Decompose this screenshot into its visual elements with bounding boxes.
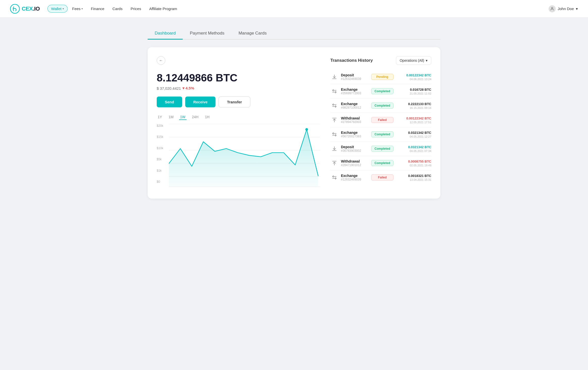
tx-status-badge: Completed (371, 146, 393, 152)
tx-id: #98287100012 (341, 106, 369, 109)
tx-amount: 0.0321342 BTC 04.05.2021 12:27 (396, 131, 431, 138)
tx-type-icon (330, 130, 338, 138)
tx-status-badge: Failed (371, 117, 393, 123)
tx-id: #36783903002 (341, 149, 369, 152)
tx-amount-value: 0.0008755 BTC (396, 160, 431, 163)
tab-payment-methods[interactable]: Payment Methods (183, 28, 231, 40)
tx-amount: 0.0008755 BTC 02.05.2021 19:49 (396, 160, 431, 167)
tx-id: #12632469039 (341, 178, 369, 181)
user-avatar-icon (549, 5, 556, 12)
transaction-item[interactable]: Exchange #98287100012 Completed 0.222213… (330, 99, 431, 113)
tx-type-icon (330, 102, 338, 110)
tx-date: 13.04.2021 15:31 (396, 178, 431, 181)
transaction-item[interactable]: Exchange #56720027383 Completed 0.032134… (330, 127, 431, 142)
time-1m[interactable]: 1M (168, 114, 174, 120)
transactions-title: Transactions History (330, 58, 373, 63)
wallet-chevron-icon: ▾ (63, 7, 64, 10)
transfer-button[interactable]: Transfer (219, 97, 250, 107)
tx-amount: 0.0018321 BTC 13.04.2021 15:31 (396, 174, 431, 181)
tx-type: Deposit (341, 145, 369, 149)
back-button[interactable]: ← (157, 56, 165, 65)
nav-fees[interactable]: Fees ▾ (69, 5, 86, 12)
tx-id: #56720027383 (341, 135, 369, 138)
transaction-item[interactable]: Deposit #12632469039 Pending 0.00122342 … (330, 70, 431, 84)
user-name: John Doe (558, 7, 574, 11)
tx-date: 04.05.2021 12:27 (396, 135, 431, 138)
tx-type-icon (330, 145, 338, 153)
nav-finance[interactable]: Finance (87, 5, 108, 12)
tx-type-icon (330, 173, 338, 181)
tx-info: Withdrawal #28471901012 (341, 159, 369, 167)
svg-point-8 (305, 128, 308, 131)
svg-point-0 (10, 4, 19, 13)
transactions-list: Deposit #12632469039 Pending 0.00122342 … (330, 70, 431, 184)
transaction-item[interactable]: Withdrawal #28471901012 Completed 0.0008… (330, 156, 431, 170)
tx-status-badge: Failed (371, 174, 393, 180)
nav-wallet[interactable]: Wallet ▾ (47, 5, 68, 13)
time-1h[interactable]: 1H (204, 114, 210, 120)
tx-id: #28471901012 (341, 163, 369, 167)
action-buttons: Send Receive Transfer (157, 97, 320, 107)
tx-amount: 0.016728 BTC 21.05.2021 11:02 (396, 88, 431, 95)
tx-info: Exchange #35699772003 (341, 87, 369, 95)
tx-date: 04.06.2021 13:24 (396, 78, 431, 81)
chart-y-labels: $20k $15k $10k $5k $1k $0 (157, 124, 168, 183)
tx-info: Withdrawal #27894792003 (341, 116, 369, 124)
back-icon: ← (159, 58, 163, 63)
balance-usd: $ 37,020.4421 ▾ 4.5% (157, 86, 320, 90)
tab-dashboard[interactable]: Dashboard (148, 28, 183, 40)
tx-type: Exchange (341, 87, 369, 91)
tx-id: #27894792003 (341, 120, 369, 124)
tx-status-badge: Completed (371, 131, 393, 137)
tx-info: Deposit #36783903002 (341, 145, 369, 152)
filter-chevron-icon: ▾ (426, 58, 427, 63)
transaction-item[interactable]: Deposit #36783903002 Completed 0.0321342… (330, 142, 431, 156)
tx-amount-value: 0.00122342 BTC (396, 73, 431, 77)
svg-point-1 (551, 7, 553, 9)
time-24h[interactable]: 24H (191, 114, 200, 120)
tab-manage-cards[interactable]: Manage Cards (231, 28, 274, 40)
tx-type: Exchange (341, 174, 369, 178)
time-range: 1Y 1M 1W 24H 1H (157, 114, 320, 120)
time-1y[interactable]: 1Y (157, 114, 163, 120)
tx-id: #12632469039 (341, 77, 369, 81)
tx-type-icon (330, 116, 338, 124)
time-1w[interactable]: 1W (179, 114, 186, 120)
nav-affiliate[interactable]: Affiliate Program (146, 5, 181, 12)
tx-amount: 0.2222133 BTC 16.15.2021 09:16 (396, 102, 431, 109)
nav-cards[interactable]: Cards (109, 5, 126, 12)
tx-type-icon (330, 87, 338, 95)
user-chevron-icon: ▾ (576, 7, 578, 11)
receive-button[interactable]: Receive (185, 97, 216, 107)
tx-info: Exchange #56720027383 (341, 131, 369, 138)
filter-dropdown[interactable]: Operations (All) ▾ (396, 56, 431, 65)
tx-status-badge: Completed (371, 160, 393, 166)
tx-type-icon (330, 159, 338, 167)
user-menu[interactable]: John Doe ▾ (549, 5, 578, 12)
transaction-item[interactable]: Withdrawal #27894792003 Failed 0.0012234… (330, 113, 431, 127)
send-button[interactable]: Send (157, 97, 182, 107)
left-panel: ← 8.12449866 BTC $ 37,020.4421 ▾ 4.5% Se… (157, 56, 320, 190)
tx-amount-value: 0.0321342 BTC (396, 145, 431, 149)
tx-amount: 0.0321342 BTC 04.05.2021 07:34 (396, 145, 431, 152)
tx-type: Deposit (341, 73, 369, 77)
transaction-item[interactable]: Exchange #35699772003 Completed 0.016728… (330, 84, 431, 99)
tx-amount: 0.00122342 BTC 12.05.2021 17:51 (396, 116, 431, 124)
transaction-item[interactable]: Exchange #12632469039 Failed 0.0018321 B… (330, 170, 431, 184)
logo-text: CEX.IO (22, 6, 40, 12)
tabs: Dashboard Payment Methods Manage Cards (148, 28, 440, 40)
logo[interactable]: CEX.IO (10, 4, 40, 14)
tx-date: 02.05.2021 19:49 (396, 164, 431, 167)
chart-svg-wrapper (169, 124, 320, 190)
tx-info: Deposit #12632469039 (341, 73, 369, 81)
tx-status-badge: Pending (371, 74, 393, 80)
nav-prices[interactable]: Prices (127, 5, 145, 12)
main-card: ← 8.12449866 BTC $ 37,020.4421 ▾ 4.5% Se… (148, 47, 440, 199)
balance-change: ▾ 4.5% (182, 86, 194, 90)
fees-chevron-icon: ▾ (82, 7, 83, 10)
tx-date: 04.05.2021 07:34 (396, 149, 431, 152)
transactions-header: Transactions History Operations (All) ▾ (330, 56, 431, 65)
tx-amount-value: 0.00122342 BTC (396, 116, 431, 120)
tx-info: Exchange #12632469039 (341, 174, 369, 181)
tx-type-icon (330, 73, 338, 81)
